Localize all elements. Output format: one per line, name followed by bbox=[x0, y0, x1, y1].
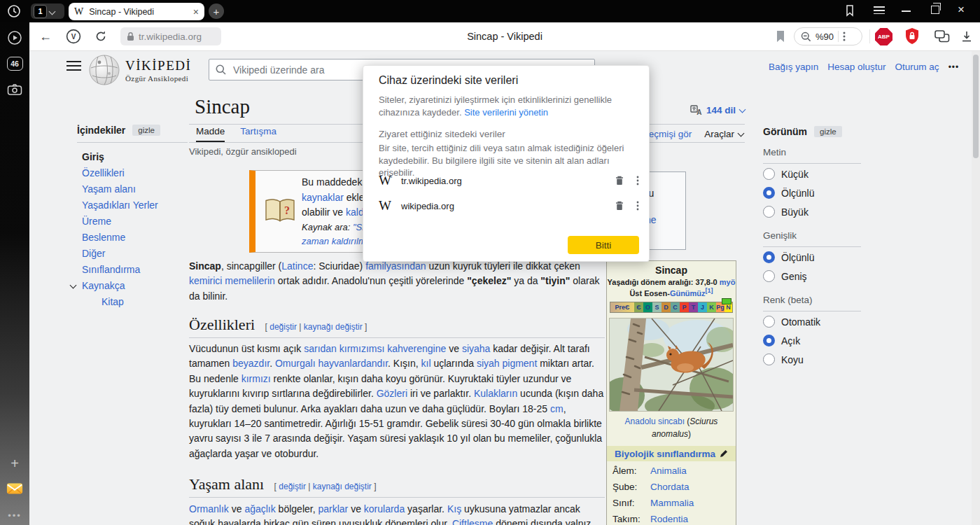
inline-link[interactable]: kaynaklar bbox=[302, 192, 344, 203]
appearance-hide-button[interactable]: gizle bbox=[814, 126, 842, 137]
inline-link[interactable]: kemirici memelilerin bbox=[189, 275, 275, 286]
inline-link[interactable]: Latince bbox=[281, 260, 313, 272]
toc-item-diger[interactable]: Diğer bbox=[77, 245, 188, 261]
toc-item-siniflandirma[interactable]: Sınıflandırma bbox=[77, 261, 188, 277]
tab-group-selector[interactable]: 1 bbox=[31, 4, 64, 19]
inline-link[interactable]: sarıdan kırmızımsı kahverengine bbox=[304, 343, 446, 354]
radio-selected-icon[interactable] bbox=[763, 335, 775, 346]
rail-more-icon[interactable]: ••• bbox=[6, 507, 23, 524]
toc-item-yasam-alani[interactable]: Yaşam alanı bbox=[77, 181, 188, 197]
trash-icon[interactable] bbox=[615, 176, 624, 186]
edit-source-link[interactable]: kaynağı değiştir bbox=[304, 322, 363, 332]
inline-link[interactable]: Günümüz bbox=[670, 289, 706, 298]
kebab-menu-icon[interactable] bbox=[636, 201, 639, 211]
inline-link[interactable]: kıl bbox=[421, 358, 431, 369]
back-button[interactable]: ← bbox=[39, 22, 52, 50]
inline-link[interactable]: beyazdır bbox=[232, 358, 270, 369]
taxon-link[interactable]: Rodentia bbox=[650, 514, 688, 525]
tab-article[interactable]: Madde bbox=[196, 126, 225, 142]
toc-item-kitap[interactable]: Kitap bbox=[77, 293, 188, 309]
inline-link[interactable]: Anadolu sincabı bbox=[625, 416, 685, 426]
toc-item-beslenme[interactable]: Beslenme bbox=[77, 229, 188, 245]
scrollbar-thumb[interactable] bbox=[973, 55, 979, 158]
chevron-down-icon[interactable] bbox=[70, 282, 77, 289]
download-icon[interactable] bbox=[960, 22, 973, 50]
zoom-out-icon[interactable] bbox=[801, 31, 811, 42]
inline-link[interactable]: Omurgalı hayvanlardandır bbox=[275, 358, 388, 369]
inline-link[interactable]: Çiftleşme bbox=[452, 518, 493, 525]
toc-item-kaynakca[interactable]: Kaynakça bbox=[77, 277, 188, 293]
wikipedia-wordmark[interactable]: VİKİPEDİ Özgür Ansiklopedi bbox=[125, 58, 191, 83]
inline-link[interactable]: Kış bbox=[447, 503, 461, 514]
inline-link[interactable]: siyah pigment bbox=[477, 358, 537, 369]
done-button[interactable]: Bitti bbox=[568, 236, 639, 254]
radio-option-kucuk[interactable]: Küçük bbox=[763, 165, 882, 183]
radio-option-koyu[interactable]: Koyu bbox=[763, 351, 882, 368]
squirrel-photo[interactable] bbox=[609, 318, 734, 412]
wiki-menu-icon[interactable] bbox=[66, 61, 81, 71]
language-count[interactable]: 144 dil bbox=[706, 105, 736, 115]
tab-talk[interactable]: Tartışma bbox=[240, 126, 276, 142]
radio-icon[interactable] bbox=[763, 270, 775, 282]
history-clock-icon[interactable] bbox=[7, 4, 21, 18]
window-close-button[interactable]: × bbox=[958, 3, 965, 17]
wikipedia-logo[interactable] bbox=[88, 54, 120, 86]
edit-pencil-icon[interactable] bbox=[720, 449, 728, 458]
inline-link[interactable]: ağaçlık bbox=[244, 503, 275, 514]
reload-icon[interactable] bbox=[94, 22, 107, 50]
inline-link[interactable]: korularda bbox=[364, 503, 405, 514]
edit-source-link[interactable]: kaynağı değiştir bbox=[313, 482, 372, 491]
window-minimize-button[interactable] bbox=[902, 10, 911, 12]
toc-item-yasadiklari-yerler[interactable]: Yaşadıkları Yerler bbox=[77, 197, 188, 213]
tools-menu[interactable]: Araçlar bbox=[704, 129, 743, 139]
browser-menu-icon[interactable] bbox=[874, 6, 885, 15]
kebab-menu-icon[interactable] bbox=[636, 176, 639, 186]
taxon-link[interactable]: Chordata bbox=[650, 482, 690, 493]
donate-link[interactable]: Bağış yapın bbox=[769, 62, 818, 72]
sidebar-panel-icon[interactable] bbox=[844, 4, 858, 18]
bookmark-icon[interactable] bbox=[776, 22, 785, 50]
protect-shield-icon[interactable] bbox=[904, 22, 920, 50]
radio-option-olcunlu[interactable]: Ölçünlü bbox=[763, 184, 882, 202]
radio-icon[interactable] bbox=[763, 168, 775, 180]
window-restore-button[interactable] bbox=[931, 6, 939, 14]
tab-close-icon[interactable]: × bbox=[193, 7, 199, 17]
tab-groups-icon[interactable] bbox=[934, 22, 951, 50]
radio-option-buyuk[interactable]: Büyük bbox=[763, 203, 882, 220]
login-link[interactable]: Oturum aç bbox=[895, 62, 939, 72]
kebab-menu-icon[interactable] bbox=[843, 31, 846, 41]
radio-icon[interactable] bbox=[763, 354, 775, 365]
inline-link[interactable]: siyaha bbox=[462, 343, 490, 354]
radio-option-genis[interactable]: Geniş bbox=[763, 267, 882, 285]
inline-link[interactable]: Kulakların bbox=[474, 388, 517, 399]
inline-link[interactable]: familyasından bbox=[365, 260, 426, 272]
trash-icon[interactable] bbox=[615, 201, 624, 211]
browser-tab[interactable]: W Sincap - Vikipedi × bbox=[69, 3, 204, 20]
adblock-plus-badge[interactable]: ABP bbox=[875, 28, 892, 46]
inline-link[interactable]: myö bbox=[720, 278, 736, 286]
browser-logo-icon[interactable]: V bbox=[66, 22, 81, 50]
inline-link[interactable]: cm bbox=[550, 403, 564, 414]
rail-add-icon[interactable]: + bbox=[6, 455, 23, 472]
toc-item-ureme[interactable]: Üreme bbox=[77, 213, 188, 229]
inline-link[interactable]: kırmızı bbox=[241, 373, 271, 384]
address-bar[interactable]: tr.wikipedia.org bbox=[120, 27, 221, 46]
toc-item-giris[interactable]: Giriş bbox=[77, 148, 188, 164]
toc-hide-button[interactable]: gizle bbox=[132, 125, 160, 136]
radio-option-olcunlu-width[interactable]: Ölçünlü bbox=[763, 248, 882, 266]
radio-selected-icon[interactable] bbox=[763, 251, 775, 263]
toc-item-ozellikleri[interactable]: Özellikleri bbox=[77, 164, 188, 181]
inline-link[interactable]: [1] bbox=[706, 287, 713, 294]
create-account-link[interactable]: Hesap oluştur bbox=[827, 62, 886, 72]
screenshot-camera-icon[interactable] bbox=[6, 81, 23, 98]
play-media-icon[interactable] bbox=[6, 29, 23, 46]
inline-link[interactable]: Ormanlık bbox=[189, 503, 229, 514]
radio-option-otomatik[interactable]: Otomatik bbox=[763, 313, 882, 330]
new-tab-button[interactable]: + bbox=[209, 4, 224, 19]
counter-badge[interactable]: 46 bbox=[6, 55, 23, 72]
edit-link[interactable]: değiştir bbox=[270, 322, 297, 332]
header-more-icon[interactable]: ••• bbox=[948, 62, 960, 72]
radio-option-acik[interactable]: Açık bbox=[763, 332, 882, 349]
radio-icon[interactable] bbox=[763, 316, 775, 328]
radio-icon[interactable] bbox=[763, 206, 775, 218]
